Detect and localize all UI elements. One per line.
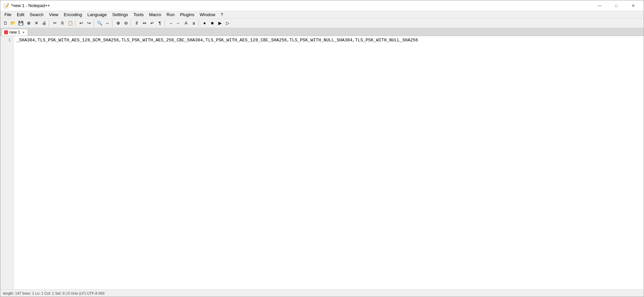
maximize-button[interactable]: □ (609, 0, 624, 11)
close-button[interactable]: ✕ (625, 0, 641, 11)
app-icon: 📝 (3, 3, 9, 9)
toolbar-btn-sync-vert[interactable]: ⥯ (133, 20, 140, 27)
menu-item-encoding[interactable]: Encoding (61, 11, 85, 18)
menu-item-view[interactable]: View (46, 11, 61, 18)
menu-item-plugins[interactable]: Plugins (177, 11, 197, 18)
menu-item-language[interactable]: Language (85, 11, 110, 18)
editor-content[interactable]: _SHA384,TLS_PSK_WITH_AES_128_GCM_SHA256,… (14, 36, 644, 289)
toolbar-btn-zoom-in[interactable]: ⊕ (114, 20, 122, 27)
toolbar-btn-open[interactable]: 📂 (9, 20, 17, 27)
toolbar-btn-all-chars[interactable]: ¶ (156, 20, 164, 27)
menu-item-search[interactable]: Search (27, 11, 46, 18)
title-bar: 📝 *new 1 - Notepad++ — □ ✕ (0, 0, 644, 11)
toolbar-separator (199, 20, 200, 27)
line-number-1: 1 (3, 37, 11, 43)
menu-item-file[interactable]: File (2, 11, 14, 18)
editor-area: 1 _SHA384,TLS_PSK_WITH_AES_128_GCM_SHA25… (0, 36, 644, 289)
window-controls: — □ ✕ (592, 0, 641, 11)
toolbar-btn-copy[interactable]: ⎘ (59, 20, 66, 27)
toolbar-separator (165, 20, 166, 27)
toolbar-btn-macro-run[interactable]: ▷ (224, 20, 231, 27)
toolbar-btn-cut[interactable]: ✂ (51, 20, 59, 27)
tab-modified-icon (4, 30, 8, 34)
toolbar-btn-paste[interactable]: 📋 (67, 20, 74, 27)
menu-item-window[interactable]: Window (197, 11, 218, 18)
tab-bar: new 1× (0, 28, 644, 36)
line-numbers: 1 (0, 36, 14, 289)
menu-bar: FileEditSearchViewEncodingLanguageSettin… (0, 11, 644, 18)
toolbar: 🗋📂💾⊕✕🖨✂⎘📋↩↪🔍↔⊕⊖⥯⇔↵¶→←Aa●■▶▷ (0, 18, 644, 28)
toolbar-separator (112, 20, 113, 27)
toolbar-btn-lowercase[interactable]: a (190, 20, 198, 27)
toolbar-btn-print[interactable]: 🖨 (40, 20, 48, 27)
menu-item-tools[interactable]: Tools (131, 11, 146, 18)
menu-item-run[interactable]: Run (164, 11, 177, 18)
toolbar-btn-outdent[interactable]: ← (175, 20, 182, 27)
tab-new1[interactable]: new 1× (2, 29, 28, 36)
toolbar-btn-zoom-out[interactable]: ⊖ (122, 20, 130, 27)
toolbar-btn-new[interactable]: 🗋 (2, 20, 9, 27)
toolbar-btn-word-wrap[interactable]: ↵ (148, 20, 156, 27)
menu-item-help[interactable]: ? (218, 11, 226, 18)
toolbar-separator (75, 20, 76, 27)
tab-close-button[interactable]: × (22, 30, 26, 34)
toolbar-btn-find-replace[interactable]: ↔ (104, 20, 111, 27)
toolbar-btn-redo[interactable]: ↪ (85, 20, 93, 27)
toolbar-btn-macro-play[interactable]: ▶ (216, 20, 224, 27)
toolbar-btn-find[interactable]: 🔍 (96, 20, 103, 27)
toolbar-separator (131, 20, 132, 27)
toolbar-btn-macro-rec[interactable]: ● (201, 20, 208, 27)
toolbar-btn-undo[interactable]: ↩ (77, 20, 85, 27)
tab-label: new 1 (9, 30, 20, 35)
toolbar-separator (94, 20, 95, 27)
toolbar-btn-sync-horiz[interactable]: ⇔ (141, 20, 148, 27)
menu-item-edit[interactable]: Edit (14, 11, 27, 18)
minimize-button[interactable]: — (592, 0, 607, 11)
status-bar: length: 147 lines: 1 Ln: 1 Col: 1 Sel: 0… (0, 289, 644, 297)
toolbar-btn-indent[interactable]: → (167, 20, 174, 27)
toolbar-btn-save[interactable]: 💾 (17, 20, 25, 27)
toolbar-separator (49, 20, 50, 27)
status-info: length: 147 lines: 1 Ln: 1 Col: 1 Sel: 0… (3, 291, 105, 295)
menu-item-macro[interactable]: Macro (146, 11, 164, 18)
window-title: *new 1 - Notepad++ (11, 3, 592, 8)
toolbar-btn-save-all[interactable]: ⊕ (25, 20, 32, 27)
toolbar-btn-uppercase[interactable]: A (182, 20, 190, 27)
toolbar-btn-close[interactable]: ✕ (33, 20, 40, 27)
toolbar-btn-macro-stop[interactable]: ■ (209, 20, 216, 27)
menu-item-settings[interactable]: Settings (110, 11, 131, 18)
